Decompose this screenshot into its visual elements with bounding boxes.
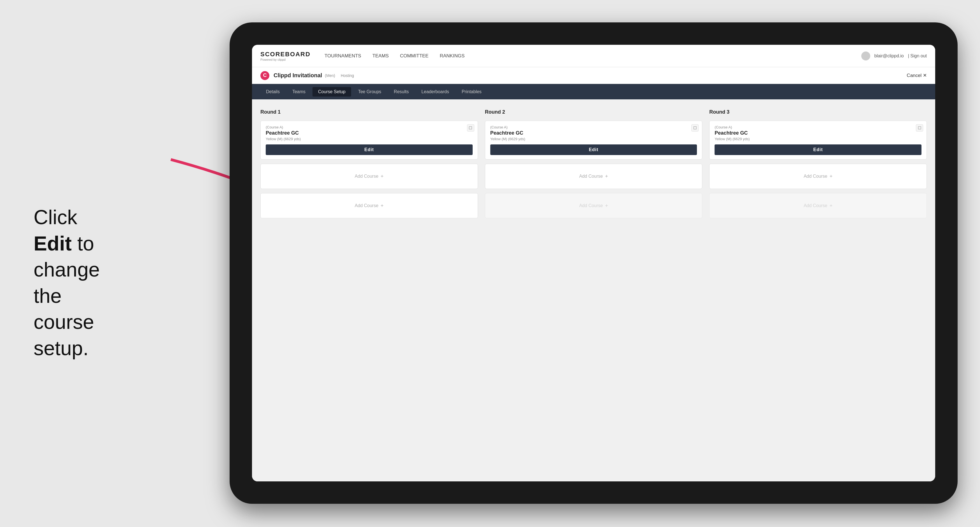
- logo-title: SCOREBOARD: [260, 51, 310, 58]
- round-1-edit-button[interactable]: Edit: [266, 144, 473, 155]
- round-3-delete-button[interactable]: ☐: [916, 124, 923, 132]
- cancel-button[interactable]: Cancel ✕: [907, 73, 927, 78]
- navbar: SCOREBOARD Powered by clippd TOURNAMENTS…: [252, 45, 935, 67]
- round-2-add-course-2-label: Add Course: [579, 203, 603, 208]
- round-2-edit-button[interactable]: Edit: [490, 144, 697, 155]
- round-3-title: Round 3: [709, 109, 927, 115]
- tablet-screen: SCOREBOARD Powered by clippd TOURNAMENTS…: [252, 45, 935, 481]
- round-2-add-course-1-label: Add Course: [579, 174, 603, 179]
- round-2-column: Round 2 ☐ (Course A) Peachtree GC Yellow…: [485, 109, 703, 218]
- nav-tournaments[interactable]: TOURNAMENTS: [325, 52, 361, 60]
- tournament-gender: (Men): [325, 73, 335, 78]
- nav-committee[interactable]: COMMITTEE: [400, 52, 428, 60]
- nav-right: blair@clippd.io | Sign out: [861, 51, 927, 60]
- sign-out-link[interactable]: | Sign out: [908, 54, 927, 59]
- tablet-frame: SCOREBOARD Powered by clippd TOURNAMENTS…: [230, 22, 958, 504]
- round-2-add-course-1[interactable]: Add Course +: [485, 164, 703, 189]
- round-3-add-course-1-label: Add Course: [803, 174, 827, 179]
- nav-teams[interactable]: TEAMS: [372, 52, 389, 60]
- round-2-add-course-2-plus: +: [605, 203, 608, 209]
- nav-links: TOURNAMENTS TEAMS COMMITTEE RANKINGS: [325, 52, 861, 60]
- round-1-column: Round 1 ☐ (Course A) Peachtree GC Yellow…: [260, 109, 478, 218]
- round-3-course-details: Yellow (M) (6629 yds): [714, 137, 921, 141]
- round-1-title: Round 1: [260, 109, 478, 115]
- tab-details[interactable]: Details: [260, 87, 285, 97]
- round-1-add-course-1-plus: +: [380, 173, 383, 179]
- round-3-course-card: ☐ (Course A) Peachtree GC Yellow (M) (66…: [709, 121, 927, 160]
- round-1-course-card: ☐ (Course A) Peachtree GC Yellow (M) (66…: [260, 121, 478, 160]
- round-3-course-label: (Course A): [714, 125, 921, 129]
- round-2-course-details: Yellow (M) (6629 yds): [490, 137, 697, 141]
- round-2-delete-button[interactable]: ☐: [691, 124, 698, 132]
- scoreboard-logo: SCOREBOARD Powered by clippd: [260, 51, 310, 61]
- user-avatar: [861, 51, 870, 60]
- tab-leaderboards[interactable]: Leaderboards: [416, 87, 455, 97]
- round-1-add-course-2[interactable]: Add Course +: [260, 193, 478, 218]
- tabs-bar: Details Teams Course Setup Tee Groups Re…: [252, 84, 935, 99]
- round-2-title: Round 2: [485, 109, 703, 115]
- round-1-course-label: (Course A): [266, 125, 473, 129]
- sub-header: C Clippd Invitational (Men) Hosting Canc…: [252, 67, 935, 84]
- round-2-add-course-2: Add Course +: [485, 193, 703, 218]
- round-1-course-details: Yellow (M) (6629 yds): [266, 137, 473, 141]
- round-3-column: Round 3 ☐ (Course A) Peachtree GC Yellow…: [709, 109, 927, 218]
- round-1-course-name: Peachtree GC: [266, 130, 473, 136]
- round-2-course-card: ☐ (Course A) Peachtree GC Yellow (M) (66…: [485, 121, 703, 160]
- round-2-add-course-1-plus: +: [605, 173, 608, 179]
- main-content: Round 1 ☐ (Course A) Peachtree GC Yellow…: [252, 99, 935, 481]
- round-3-course-name: Peachtree GC: [714, 130, 921, 136]
- user-email: blair@clippd.io: [875, 54, 904, 59]
- round-2-course-name: Peachtree GC: [490, 130, 697, 136]
- tab-tee-groups[interactable]: Tee Groups: [353, 87, 387, 97]
- round-1-add-course-2-plus: +: [380, 203, 383, 209]
- tab-results[interactable]: Results: [388, 87, 414, 97]
- tournament-name: Clippd Invitational: [274, 72, 322, 79]
- round-1-delete-button[interactable]: ☐: [467, 124, 474, 132]
- logo-subtitle: Powered by clippd: [260, 58, 310, 61]
- instruction-text: Click Edit tochange thecourse setup.: [33, 204, 100, 362]
- round-1-add-course-2-label: Add Course: [355, 203, 379, 208]
- nav-rankings[interactable]: RANKINGS: [440, 52, 465, 60]
- tab-course-setup[interactable]: Course Setup: [312, 87, 351, 97]
- round-3-add-course-2-plus: +: [830, 203, 833, 209]
- hosting-badge: Hosting: [341, 73, 354, 78]
- brand-logo: C: [260, 71, 269, 80]
- round-3-edit-button[interactable]: Edit: [714, 144, 921, 155]
- tab-printables[interactable]: Printables: [456, 87, 487, 97]
- round-3-add-course-1-plus: +: [830, 173, 833, 179]
- bold-edit: Edit: [33, 232, 72, 255]
- round-2-course-label: (Course A): [490, 125, 697, 129]
- round-3-add-course-2-label: Add Course: [803, 203, 827, 208]
- round-1-add-course-1-label: Add Course: [355, 174, 379, 179]
- rounds-container: Round 1 ☐ (Course A) Peachtree GC Yellow…: [260, 109, 927, 218]
- round-1-add-course-1[interactable]: Add Course +: [260, 164, 478, 189]
- round-3-add-course-1[interactable]: Add Course +: [709, 164, 927, 189]
- tab-teams[interactable]: Teams: [287, 87, 311, 97]
- round-3-add-course-2: Add Course +: [709, 193, 927, 218]
